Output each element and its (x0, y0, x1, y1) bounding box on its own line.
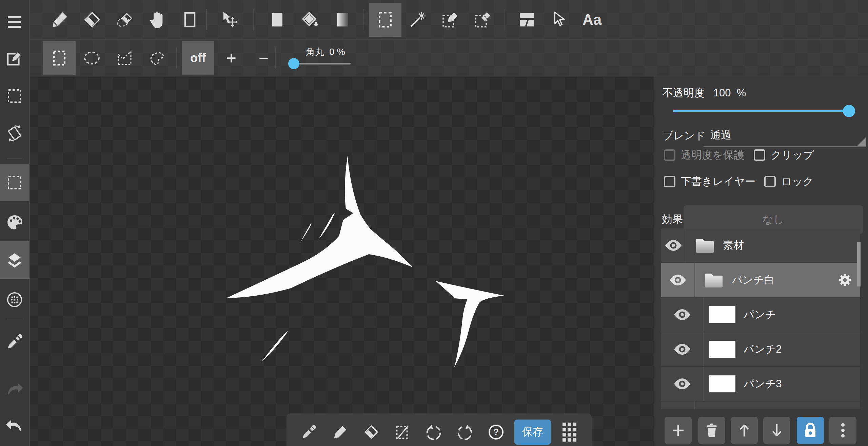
lock-checkbox[interactable] (764, 176, 776, 187)
opacity-slider-knob[interactable] (843, 105, 855, 117)
zoom-in-button[interactable]: + (215, 41, 248, 75)
magic-wand-tool-button[interactable] (401, 3, 434, 37)
folder-icon (695, 237, 715, 254)
sidebar-item-material[interactable] (0, 281, 29, 318)
marquee-icon (51, 49, 67, 67)
material-sphere-icon (6, 291, 23, 308)
layer-thumbnail (709, 341, 735, 358)
redo-button[interactable] (0, 369, 29, 407)
dashed-lasso-icon (149, 51, 165, 66)
quick-pen-button[interactable] (324, 416, 356, 446)
workspace-grid-button[interactable] (554, 416, 585, 446)
menu-button[interactable] (0, 3, 29, 41)
frame-tool-button[interactable] (174, 3, 206, 37)
clip-checkbox-group[interactable]: クリップ (754, 148, 814, 162)
move-layer-up-button[interactable] (731, 417, 758, 444)
panel-split-icon (518, 11, 535, 28)
sidebar-item-color-palette[interactable] (0, 204, 29, 241)
visibility-toggle[interactable] (661, 367, 704, 401)
blend-dropdown-corner-icon[interactable] (857, 137, 866, 146)
sidebar-item-layers[interactable] (0, 241, 29, 279)
blend-dropdown-value[interactable]: 通過 (710, 128, 731, 142)
visibility-toggle[interactable] (661, 228, 686, 262)
arrow-up-icon (737, 423, 751, 438)
fill-rect-tool-button[interactable] (261, 3, 294, 37)
layer-more-options-button[interactable] (829, 417, 856, 444)
layer-list-scrollbar[interactable] (857, 242, 861, 286)
drawing-canvas[interactable] (30, 77, 654, 446)
undo-button[interactable] (0, 406, 29, 443)
sidebar-item-selection-tool[interactable] (0, 164, 29, 201)
layer-row-folder-punch-white[interactable]: パンチ白 (661, 263, 860, 297)
arrow-down-icon (770, 423, 784, 438)
sidebar-item-select[interactable] (0, 77, 29, 115)
delete-layer-button[interactable] (698, 417, 725, 444)
select-pen-tool-button[interactable] (434, 3, 467, 37)
marquee-icon (377, 11, 394, 29)
layer-settings-gear-icon[interactable] (837, 272, 853, 288)
clip-checkbox[interactable] (754, 149, 765, 161)
bucket-tool-button[interactable] (294, 3, 326, 37)
transform-tool-button[interactable] (214, 3, 246, 37)
lasso-eraser-tool-button[interactable] (108, 3, 141, 37)
select-shape-rect-button[interactable] (43, 41, 76, 75)
opacity-label: 不透明度 (663, 87, 705, 99)
protect-alpha-checkbox[interactable] (664, 149, 675, 161)
corner-radius-slider-knob[interactable] (288, 58, 299, 69)
cursor-arrow-icon (552, 11, 567, 28)
undo-button[interactable] (418, 416, 449, 446)
draft-layer-checkbox[interactable] (664, 176, 675, 187)
quick-eraser-button[interactable] (356, 416, 387, 446)
redo-button[interactable] (449, 416, 480, 446)
visibility-toggle[interactable] (661, 332, 704, 366)
move-cursor-icon (221, 11, 239, 29)
deselect-button[interactable] (387, 416, 418, 446)
pen-icon (333, 424, 347, 440)
eye-icon (673, 309, 691, 320)
sidebar-item-eyedropper[interactable] (0, 323, 29, 360)
eraser-tool-button[interactable] (76, 3, 108, 37)
snap-off-button[interactable]: off (182, 41, 214, 75)
add-layer-button[interactable] (665, 417, 692, 444)
save-button[interactable]: 保存 (514, 420, 551, 445)
draft-layer-checkbox-group[interactable]: 下書きレイヤー (664, 174, 755, 189)
lock-layer-button[interactable] (797, 417, 824, 444)
gradient-tool-button[interactable] (326, 3, 359, 37)
operate-tool-button[interactable] (543, 3, 576, 37)
move-layer-down-button[interactable] (763, 417, 790, 444)
folder-icon (704, 272, 724, 288)
layer-row-punch2[interactable]: パンチ2 (661, 332, 860, 366)
layer-row-partial[interactable] (661, 402, 860, 409)
protect-alpha-label: 透明度を保護 (681, 148, 744, 162)
select-eraser-tool-button[interactable] (467, 3, 499, 37)
select-shape-ellipse-button[interactable] (76, 41, 108, 75)
select-shape-lasso-button[interactable] (141, 41, 173, 75)
protect-alpha-checkbox-group[interactable]: 透明度を保護 (664, 148, 744, 162)
sidebar-item-edit[interactable] (0, 40, 29, 77)
lock-checkbox-group[interactable]: ロック (764, 174, 813, 189)
layer-row-punch[interactable]: パンチ (661, 298, 860, 332)
opacity-slider-track[interactable] (673, 110, 851, 112)
opacity-value: 100 (713, 87, 731, 99)
paint-bucket-icon (301, 11, 319, 29)
lasso-eraser-icon (116, 11, 134, 29)
select-shape-polygon-button[interactable] (108, 41, 141, 75)
sidebar-item-rotate-canvas[interactable] (0, 115, 29, 152)
panel-divide-tool-button[interactable] (511, 3, 543, 37)
text-tool-button[interactable]: Aa (576, 3, 608, 37)
help-icon: ? (488, 424, 504, 440)
layer-thumbnail (709, 306, 735, 323)
help-button[interactable]: ? (480, 416, 512, 446)
corner-radius-label: 角丸 0 % (288, 46, 363, 58)
eye-icon (665, 240, 682, 251)
quick-eyedropper-button[interactable] (293, 416, 324, 446)
select-rect-tool-button[interactable] (369, 3, 401, 37)
corner-radius-slider-track[interactable] (292, 63, 351, 64)
visibility-toggle[interactable] (661, 263, 695, 297)
layer-row-punch3[interactable]: パンチ3 (661, 367, 860, 401)
pen-tool-button[interactable] (43, 3, 76, 37)
text-tool-label: Aa (583, 11, 601, 28)
visibility-toggle[interactable] (661, 298, 704, 332)
hand-tool-button[interactable] (141, 3, 174, 37)
layer-row-folder-sozai[interactable]: 素材 (661, 228, 860, 262)
